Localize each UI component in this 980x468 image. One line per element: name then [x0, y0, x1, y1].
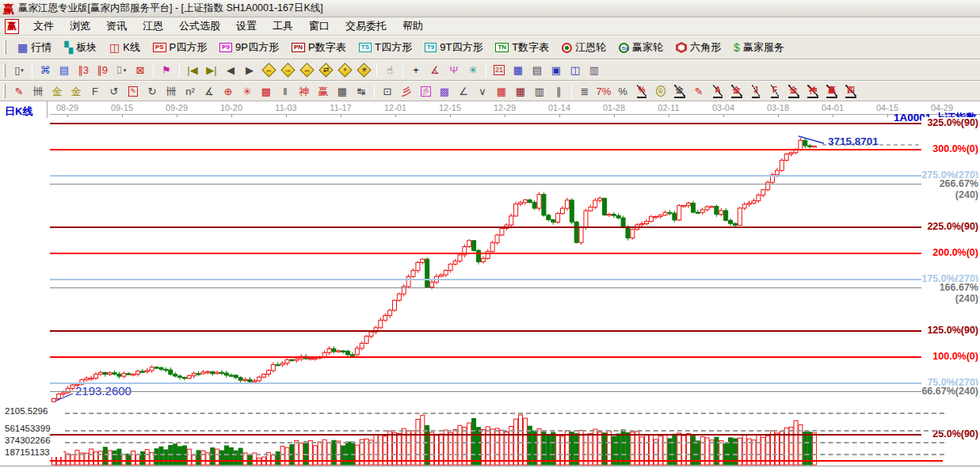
shen-angle-icon[interactable]: 神 — [803, 82, 822, 100]
9p-square-button[interactable]: P99P四方形 — [213, 37, 285, 58]
spiral-icon[interactable]: ↺ — [105, 82, 124, 100]
red-grid-icon[interactable]: ▦ — [492, 82, 511, 100]
a-wave-icon[interactable]: A — [708, 82, 727, 100]
circle-arrow-icon[interactable]: ↻ — [143, 82, 162, 100]
gann-box-icon[interactable]: ⊠ — [131, 62, 150, 79]
print-icon[interactable]: ▥ — [585, 62, 604, 79]
shift-left-icon[interactable]: ← — [259, 62, 278, 79]
save-icon[interactable]: ▣ — [547, 62, 566, 79]
sectors-button[interactable]: ▚板块 — [58, 37, 103, 58]
h-arrows-icon[interactable]: ↹ — [352, 82, 371, 100]
gann-web-icon[interactable]: ✳ — [238, 82, 257, 100]
winner-wheel-button[interactable]: Big赢家轮 — [612, 37, 669, 58]
full-view-icon[interactable]: ✳ — [354, 62, 373, 79]
f-grid-icon[interactable]: F — [86, 82, 105, 100]
gold-grid-2-icon[interactable]: 金 — [67, 82, 86, 100]
prev-bar-icon[interactable]: ◀ — [221, 62, 240, 79]
seven-pct-icon[interactable]: 7% — [594, 82, 613, 100]
fan-box-icon[interactable]: 彡 — [416, 82, 435, 100]
fan-lines-icon[interactable]: 彡 — [397, 82, 416, 100]
gann-circle-icon[interactable]: ⊕ — [219, 82, 238, 100]
gann-grid-icon: 卌 — [33, 86, 44, 97]
si-angle-icon[interactable]: 四 — [841, 82, 860, 100]
flag-chart-icon[interactable]: ⚑ — [157, 62, 176, 79]
next-bar-icon[interactable]: ▶ — [240, 62, 259, 79]
quotes-button[interactable]: ▦行情 — [11, 37, 58, 58]
gann-wheel-button[interactable]: 江恩轮 — [555, 37, 612, 58]
p-square-button[interactable]: PSP四方形 — [147, 37, 213, 58]
number-grid-icon[interactable]: ▦ — [333, 82, 352, 100]
web-box-2-icon[interactable]: ▩ — [435, 82, 454, 100]
zigzag-icon[interactable]: ∨ — [473, 82, 492, 100]
notes-icon[interactable]: ▤ — [55, 62, 74, 79]
chart-panel[interactable]: 日K线 1A0001 上证指数 2193.2600 3715.8701 08-2… — [0, 101, 980, 468]
bars-3-icon[interactable]: ∥3 — [74, 62, 93, 79]
gold-underline-icon[interactable]: 金 — [670, 82, 689, 100]
pattern-tool-icon[interactable]: ⌘ — [36, 62, 55, 79]
bars-9-icon[interactable]: ∥9 — [93, 62, 112, 79]
gold-circle-icon[interactable]: 金 — [651, 82, 670, 100]
angle-tool-icon[interactable]: ∡ — [425, 62, 444, 79]
pencil-tool-icon[interactable]: ✎ — [10, 82, 29, 100]
marker-box-icon[interactable]: ✎ — [124, 82, 143, 100]
first-bar-icon[interactable]: |◀ — [183, 62, 202, 79]
crosshair-tool-icon[interactable]: + — [406, 62, 425, 79]
menu-帮助[interactable]: 帮助 — [395, 17, 431, 35]
t-square-button[interactable]: TST四方形 — [353, 37, 418, 58]
gann-grid-icon[interactable]: 卌 — [29, 82, 48, 100]
ying-grid-icon[interactable]: 赢 — [314, 82, 333, 100]
9t-square-button[interactable]: T99T四方形 — [418, 37, 490, 58]
expand-h-icon[interactable]: ↔ — [297, 62, 316, 79]
menu-工具[interactable]: 工具 — [265, 17, 301, 35]
f-angle-icon[interactable]: F — [765, 82, 784, 100]
grid-2-icon[interactable]: 卌 — [162, 82, 181, 100]
kline-button[interactable]: ◫K线 — [103, 37, 147, 58]
menu-公式选股[interactable]: 公式选股 — [171, 17, 228, 35]
menu-文件[interactable]: 文件 — [25, 17, 62, 35]
date-axis-label: 04-29 — [931, 103, 953, 112]
parallel-lines-icon[interactable]: ‖ — [276, 82, 295, 100]
gold-angle-icon[interactable]: 金 — [784, 82, 803, 100]
ying-angle-icon[interactable]: 赢 — [822, 82, 841, 100]
menu-浏览[interactable]: 浏览 — [62, 17, 98, 35]
slash-lines-icon[interactable]: ∥ — [549, 82, 568, 100]
winner-service-button[interactable]: $赢家服务 — [727, 37, 791, 58]
t-number-table-button[interactable]: TNT数字表 — [489, 37, 555, 58]
menu-窗口[interactable]: 窗口 — [301, 17, 337, 35]
n-square-icon[interactable]: n² — [181, 82, 200, 100]
report-icon[interactable]: ▤ — [528, 62, 547, 79]
j-angle-icon[interactable]: J — [746, 82, 765, 100]
gann-pink-tool-icon[interactable]: Ψ — [444, 62, 463, 79]
candle-type-dropdown[interactable]: ▯▾ — [10, 62, 29, 79]
export-icon[interactable]: ◫ — [566, 62, 585, 79]
shen-grid-icon[interactable]: 神 — [295, 82, 314, 100]
fan-tool-icon[interactable]: ∡ — [200, 82, 219, 100]
menu-资讯[interactable]: 资讯 — [98, 17, 135, 35]
hand-tool-icon[interactable]: ☝ — [380, 62, 399, 79]
wave-tool-icon[interactable]: ✳ — [463, 62, 482, 79]
web-box-icon[interactable]: ▩ — [257, 82, 276, 100]
shift-right-icon[interactable]: → — [278, 62, 297, 79]
angle-line-icon[interactable]: ∠ — [454, 82, 473, 100]
menu-交易委托[interactable]: 交易委托 — [337, 17, 395, 35]
gold-grid-icon[interactable]: 金 — [48, 82, 67, 100]
calculator-icon[interactable]: ▦ — [509, 62, 528, 79]
box-corner-icon[interactable]: ⊡ — [378, 82, 397, 100]
pct-angle-icon[interactable]: % — [632, 82, 651, 100]
price-steps-icon[interactable]: ≣ — [575, 82, 594, 100]
pct-icon[interactable]: % — [613, 82, 632, 100]
p-number-table-button[interactable]: PNP数字表 — [285, 37, 353, 58]
menu-设置[interactable]: 设置 — [228, 17, 265, 35]
dark-grid-icon[interactable]: ▦ — [511, 82, 530, 100]
calendar-icon[interactable]: 21 — [490, 62, 509, 79]
compress-h-icon[interactable]: ⇄ — [316, 62, 335, 79]
flame-pencil-icon[interactable]: ✎ — [689, 82, 708, 100]
menu-江恩[interactable]: 江恩 — [135, 17, 171, 35]
candle-dropdown[interactable]: ⌷▾ — [112, 62, 131, 79]
gold-angle-red-icon[interactable]: 金 — [727, 82, 746, 100]
web-box-2-icon: ▩ — [440, 86, 449, 97]
grid-3-icon[interactable]: ▥ — [530, 82, 549, 100]
hexagon-button[interactable]: 六角形 — [669, 37, 727, 58]
zoom-all-icon[interactable]: + — [335, 62, 354, 79]
last-bar-icon[interactable]: ▶| — [202, 62, 221, 79]
